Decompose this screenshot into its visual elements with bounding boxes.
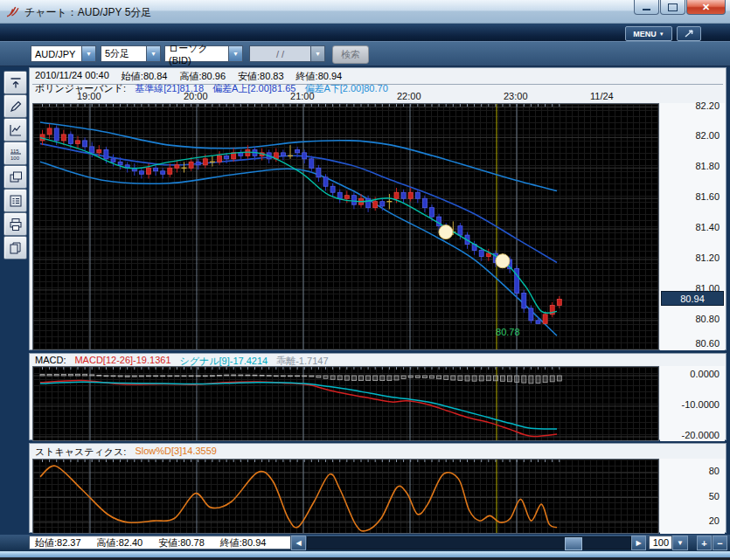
copy-pages-icon bbox=[9, 241, 23, 255]
chevron-down-icon[interactable]: ▼ bbox=[81, 45, 96, 62]
chart-window: チャート：AUD/JPY 5分足 ✕ MENU▼ AUD/JPY ▼ 5分足 ▼… bbox=[0, 0, 730, 560]
printer-icon bbox=[9, 218, 23, 232]
minimize-button[interactable] bbox=[634, 0, 659, 15]
axis-tick-label: 81.20 bbox=[695, 252, 720, 263]
candle-high: 高値:80.96 bbox=[179, 70, 226, 83]
chevron-down-icon: ▼ bbox=[677, 539, 684, 547]
date-picker[interactable]: / / ▼ bbox=[249, 45, 325, 62]
candle-close: 終値:80.94 bbox=[296, 70, 343, 83]
chevron-down-icon[interactable]: ▼ bbox=[310, 45, 325, 62]
status-bar: 始値:82.37 高値:82.40 安値:80.78 終値:80.94 ◀ ▶ … bbox=[0, 535, 730, 551]
price-chart-panel: 2010/11/24 00:40 始値:80.84 高値:80.96 安値:80… bbox=[29, 67, 727, 350]
arrow-left-icon: ◀ bbox=[295, 539, 301, 547]
pencil-icon bbox=[9, 100, 23, 114]
axis-tick-label: 81.80 bbox=[695, 161, 720, 171]
candle-datetime: 2010/11/24 00:40 bbox=[35, 70, 109, 83]
svg-text:115: 115 bbox=[10, 148, 19, 153]
session-low: 安値:80.78 bbox=[158, 536, 205, 550]
chevron-down-icon[interactable]: ▼ bbox=[146, 45, 161, 62]
menu-button[interactable]: MENU▼ bbox=[625, 26, 672, 41]
axis-tick-label: 81.60 bbox=[695, 191, 720, 202]
draw-menu-button[interactable] bbox=[677, 26, 701, 41]
app-icon bbox=[5, 4, 20, 19]
chevron-down-icon: ▼ bbox=[659, 31, 664, 37]
titlebar[interactable]: チャート：AUD/JPY 5分足 ✕ bbox=[0, 0, 730, 24]
axis-tick-label: 81.40 bbox=[695, 222, 720, 232]
time-tick-label: 23:00 bbox=[504, 91, 528, 101]
axis-tick-label: 0.0000 bbox=[690, 369, 720, 379]
macd-chart-canvas[interactable] bbox=[32, 366, 659, 441]
scroll-left-button[interactable]: ◀ bbox=[291, 536, 306, 550]
maximize-button[interactable] bbox=[660, 0, 685, 15]
macd-panel: MACD: MACD[12-26]-19.1361 シグナル[9]-17.421… bbox=[29, 353, 727, 440]
signal-marker[interactable] bbox=[496, 254, 510, 268]
price-numbers-icon: 115100 bbox=[9, 147, 23, 161]
time-tick-label: 11/24 bbox=[590, 91, 614, 101]
close-button[interactable]: ✕ bbox=[686, 0, 726, 15]
zoom-in-button[interactable]: + bbox=[697, 536, 712, 550]
chevron-down-icon[interactable]: ▼ bbox=[228, 45, 243, 62]
price-board-button[interactable]: 115100 bbox=[3, 142, 27, 165]
main-chart-canvas[interactable]: 80.78 bbox=[32, 103, 659, 350]
axis-tick-label: 80 bbox=[709, 466, 720, 476]
axis-tick-label: 50 bbox=[709, 491, 720, 501]
zoom-level-value[interactable]: 100 bbox=[649, 536, 672, 550]
session-close: 終値:80.94 bbox=[220, 536, 267, 550]
cursor-icon bbox=[9, 76, 23, 90]
axis-tick-label: 80.60 bbox=[695, 338, 720, 349]
window-title: チャート：AUD/JPY 5分足 bbox=[24, 5, 151, 20]
maximize-icon bbox=[668, 3, 678, 11]
indicator-button[interactable] bbox=[3, 118, 27, 142]
date-input[interactable]: / / bbox=[249, 45, 310, 62]
signal-marker[interactable] bbox=[439, 225, 453, 239]
current-price-tag: 80.94 bbox=[661, 291, 724, 306]
copy-button[interactable] bbox=[3, 236, 27, 259]
axis-tick-label: -10.0000 bbox=[682, 399, 720, 410]
axis-tick-label: 82.00 bbox=[695, 130, 720, 141]
stoch-chart-canvas[interactable] bbox=[32, 459, 659, 534]
session-ohlc-box: 始値:82.37 高値:82.40 安値:80.78 終値:80.94 bbox=[29, 536, 291, 550]
axis-tick-label: -20.0000 bbox=[682, 430, 720, 440]
svg-text:100: 100 bbox=[10, 156, 20, 161]
macd-axis: 0.0000-10.0000-20.0000 bbox=[660, 366, 725, 441]
zoom-select-arrow[interactable]: ▼ bbox=[672, 536, 688, 550]
time-axis: 19:0020:0021:0022:0023:0011/24 bbox=[32, 91, 657, 102]
arrow-right-icon: ▶ bbox=[636, 539, 641, 547]
chart-type-select[interactable]: ローソク(BID) ▼ bbox=[164, 45, 243, 62]
chart-settings-button[interactable] bbox=[3, 189, 27, 212]
plus-icon: + bbox=[701, 538, 706, 549]
stoch-axis: 805020 bbox=[660, 459, 725, 534]
menu-button-label: MENU bbox=[633, 30, 657, 38]
low-price-label: 80.78 bbox=[496, 327, 520, 337]
session-open: 始値:82.37 bbox=[35, 536, 81, 550]
pair-select[interactable]: AUD/JPY ▼ bbox=[31, 45, 96, 62]
session-high: 高値:82.40 bbox=[97, 536, 143, 550]
search-button[interactable]: 検索 bbox=[332, 45, 369, 64]
pencil-icon bbox=[684, 29, 695, 38]
close-icon: ✕ bbox=[702, 2, 710, 13]
time-tick-label: 20:00 bbox=[184, 91, 208, 101]
select-tool-button[interactable] bbox=[3, 71, 27, 94]
time-tick-label: 22:00 bbox=[397, 91, 421, 101]
line-chart-icon bbox=[9, 123, 23, 137]
stochastics-panel: ストキャスティクス: Slow%D[3]14.3559 805020 bbox=[29, 443, 727, 533]
cascade-windows-button[interactable] bbox=[3, 165, 27, 189]
stoch-value: Slow%D[3]14.3559 bbox=[135, 446, 217, 459]
timeframe-select-value: 5分足 bbox=[101, 45, 146, 62]
price-axis: 82.2082.0081.8081.6081.4081.2081.0080.80… bbox=[660, 103, 725, 350]
print-button[interactable] bbox=[3, 212, 27, 236]
windows-icon bbox=[9, 170, 23, 184]
time-tick-label: 21:00 bbox=[290, 91, 315, 101]
menu-strip: MENU▼ bbox=[0, 24, 730, 41]
draw-tool-button[interactable] bbox=[3, 94, 27, 118]
scroll-right-button[interactable]: ▶ bbox=[631, 536, 646, 550]
scrollbar-thumb[interactable] bbox=[565, 537, 582, 550]
timeframe-select[interactable]: 5分足 ▼ bbox=[101, 45, 161, 62]
toolbar: AUD/JPY ▼ 5分足 ▼ ローソク(BID) ▼ / / ▼ 検索 bbox=[0, 41, 730, 66]
candle-open: 始値:80.84 bbox=[122, 70, 168, 83]
minimize-icon bbox=[643, 9, 650, 10]
scrollbar-track[interactable] bbox=[307, 536, 631, 550]
window-frame-bottom bbox=[0, 551, 730, 557]
axis-tick-label: 80.80 bbox=[695, 314, 720, 324]
zoom-out-button[interactable]: − bbox=[713, 536, 727, 550]
